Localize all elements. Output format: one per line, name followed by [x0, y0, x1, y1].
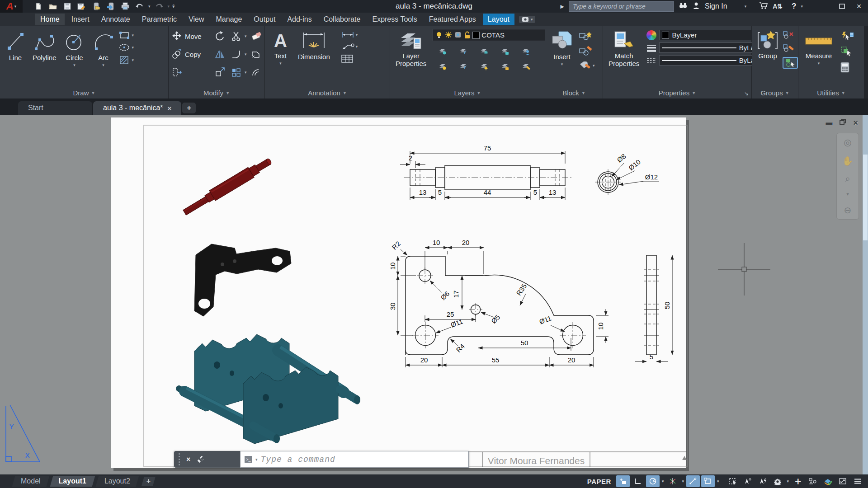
- properties-dialog-launcher[interactable]: ↘: [744, 90, 749, 97]
- tab-manage[interactable]: Manage: [211, 14, 247, 25]
- command-line-handle[interactable]: ×: [174, 451, 240, 468]
- text-button[interactable]: A Text ▾: [271, 29, 290, 66]
- search-binoculars-icon[interactable]: [679, 2, 688, 11]
- layer-isolate-tool[interactable]: [460, 48, 468, 55]
- ellipse-dropdown[interactable]: ▾: [132, 45, 134, 50]
- move-button[interactable]: Move: [171, 31, 215, 42]
- panel-title-groups[interactable]: Groups▼: [752, 87, 798, 99]
- group-selection-toggle[interactable]: [783, 57, 798, 69]
- doc-minimize-button[interactable]: ▬: [826, 118, 832, 128]
- array-button[interactable]: ▾: [231, 67, 251, 77]
- tab-output[interactable]: Output: [249, 14, 280, 25]
- layout1-tab[interactable]: Layout1: [50, 475, 95, 487]
- arc-button[interactable]: Arc ▾: [90, 29, 117, 68]
- match-properties-button[interactable]: Match Properties: [606, 29, 642, 69]
- annotation-visibility-toggle[interactable]: [741, 475, 755, 487]
- table-button[interactable]: [341, 54, 358, 63]
- tab-view[interactable]: View: [184, 14, 209, 25]
- line-button[interactable]: Line: [3, 29, 28, 63]
- measure-button[interactable]: Measure ▾: [801, 29, 836, 66]
- clean-screen-button[interactable]: [836, 475, 849, 487]
- dimension-button[interactable]: Dimension: [295, 29, 333, 62]
- select-similar-button[interactable]: [840, 46, 854, 58]
- circle-button[interactable]: Circle ▾: [61, 29, 88, 68]
- drag-grip-icon[interactable]: [179, 453, 180, 465]
- arc-dropdown[interactable]: ▾: [102, 63, 104, 67]
- hatch-button[interactable]: ▾: [119, 55, 134, 65]
- open-file-button[interactable]: [47, 1, 59, 12]
- save-to-web-mobile-button[interactable]: [105, 1, 117, 12]
- close-file-tab-icon[interactable]: ×: [168, 104, 172, 112]
- panel-title-layers[interactable]: Layers▼: [390, 87, 545, 99]
- tab-add-ins[interactable]: Add-ins: [282, 14, 316, 25]
- layer-walk-tool[interactable]: [522, 48, 530, 55]
- circle-dropdown[interactable]: ▾: [73, 63, 75, 67]
- customize-qat-dropdown[interactable]: ▾̄: [172, 4, 175, 9]
- mirror-button[interactable]: [215, 49, 231, 59]
- define-attributes-button[interactable]: ▾: [579, 61, 595, 70]
- showmotion-icon[interactable]: ⊖: [844, 205, 852, 216]
- copy-button[interactable]: Copy: [171, 49, 215, 60]
- save-button[interactable]: [61, 1, 73, 12]
- redo-dropdown[interactable]: ▾: [168, 4, 170, 9]
- insert-dropdown[interactable]: ▾: [561, 62, 563, 66]
- rotate-button[interactable]: [215, 31, 231, 42]
- ortho-mode-toggle[interactable]: [631, 475, 645, 487]
- isodraft-dropdown[interactable]: ▾: [681, 479, 685, 483]
- layout2-tab[interactable]: Layout2: [95, 475, 139, 487]
- array-dropdown[interactable]: ▾: [245, 70, 247, 75]
- panel-title-annotation[interactable]: Annotation▼: [265, 87, 390, 99]
- object-snap-tracking-toggle[interactable]: [686, 475, 700, 487]
- snap-mode-toggle[interactable]: [616, 475, 630, 487]
- vertical-scrollbar[interactable]: [863, 115, 868, 474]
- close-command-line-icon[interactable]: ×: [186, 455, 190, 464]
- help-dropdown[interactable]: ▾: [801, 4, 803, 9]
- tab-insert[interactable]: Insert: [66, 14, 94, 25]
- new-layout-button[interactable]: +: [142, 476, 155, 486]
- trim-dropdown[interactable]: ▾: [245, 34, 247, 38]
- file-tab-start[interactable]: Start: [18, 101, 92, 115]
- scrollbar-thumb[interactable]: [863, 155, 868, 240]
- tab-collaborate[interactable]: Collaborate: [319, 14, 366, 25]
- tab-layout[interactable]: Layout: [483, 14, 514, 25]
- tab-featured-apps[interactable]: Featured Apps: [424, 14, 481, 25]
- autoscale-toggle[interactable]: [756, 475, 769, 487]
- panel-title-properties[interactable]: Properties▼↘: [603, 87, 751, 99]
- search-input[interactable]: [569, 1, 674, 12]
- model-tab[interactable]: Model: [12, 475, 50, 487]
- application-menu-button[interactable]: A▾: [0, 0, 23, 13]
- ribbon-display-toggle[interactable]: ▾: [519, 16, 536, 23]
- polar-tracking-toggle[interactable]: [646, 475, 660, 487]
- ungroup-button[interactable]: [783, 31, 798, 41]
- quick-select-button[interactable]: [840, 31, 854, 42]
- undo-dropdown[interactable]: ▾: [148, 4, 151, 9]
- panel-title-block[interactable]: Block▼: [545, 87, 603, 99]
- navigation-bar[interactable]: ◎ ✋ ⌕ ▾ ⊖: [836, 133, 859, 220]
- fillet-button[interactable]: ▾: [231, 49, 251, 59]
- layer-change-tool[interactable]: [522, 63, 530, 70]
- recent-commands-dropdown[interactable]: ▾: [255, 457, 258, 462]
- isodraft-toggle[interactable]: [666, 475, 679, 487]
- new-drawing-tab-button[interactable]: +: [182, 103, 196, 113]
- new-file-button[interactable]: [33, 1, 44, 12]
- sign-in-dropdown[interactable]: ▾: [745, 4, 747, 9]
- help-icon[interactable]: ?: [792, 2, 796, 11]
- command-input[interactable]: >_ ▾ Type a command: [240, 451, 469, 468]
- tab-home[interactable]: Home: [35, 14, 65, 25]
- hatch-dropdown[interactable]: ▾: [132, 58, 134, 62]
- graphics-performance-button[interactable]: [821, 475, 835, 487]
- pan-icon[interactable]: ✋: [842, 155, 854, 166]
- cart-icon[interactable]: [759, 2, 768, 11]
- annotation-scale-button[interactable]: ＋: [791, 475, 805, 487]
- trim-button[interactable]: ▾: [231, 31, 251, 42]
- workspace-switching-button[interactable]: [771, 475, 784, 487]
- attributes-dropdown[interactable]: ▾: [593, 63, 595, 68]
- panel-title-utilities[interactable]: Utilities▼: [798, 87, 864, 99]
- minimize-button[interactable]: ─: [818, 3, 831, 10]
- layer-off-tool[interactable]: [439, 48, 447, 55]
- panel-title-modify[interactable]: Modify▼: [169, 87, 264, 99]
- redo-button[interactable]: [153, 1, 165, 12]
- polar-dropdown[interactable]: ▾: [661, 479, 665, 483]
- layer-selector[interactable]: COTAS ▾: [433, 29, 550, 41]
- ellipse-button[interactable]: ▾: [119, 43, 134, 52]
